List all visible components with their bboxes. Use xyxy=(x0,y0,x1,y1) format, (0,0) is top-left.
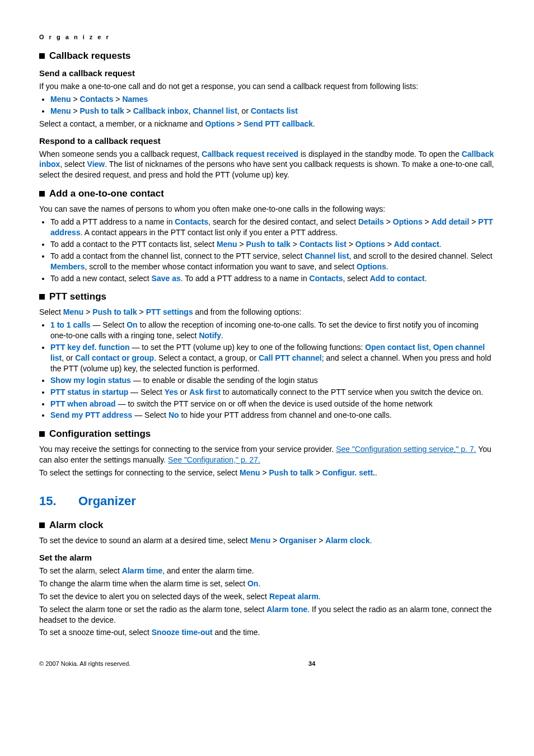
text: to automatically connect to the PTT serv… xyxy=(221,388,483,396)
menu-path: Options xyxy=(205,119,235,128)
ui-text: Channel list xyxy=(305,251,349,260)
menu-path: Alarm clock xyxy=(325,536,369,545)
menu-path: Add contact xyxy=(394,240,439,249)
chapter-heading: 15. Organizer xyxy=(39,494,495,508)
ui-text: Alarm time xyxy=(122,566,162,575)
list-item: PTT status in startup — Select Yes or As… xyxy=(50,387,495,398)
ui-text: On xyxy=(127,320,137,329)
ui-text: No xyxy=(168,410,179,419)
para: To select the settings for connecting to… xyxy=(39,468,495,478)
para: You may receive the settings for connect… xyxy=(39,444,495,465)
footer: © 2007 Nokia. All rights reserved. 34 . xyxy=(39,660,495,667)
menu-path: Push to talk xyxy=(269,468,313,477)
text: To change the alarm time when the alarm … xyxy=(39,579,247,588)
ui-text: Open contact list xyxy=(365,343,429,352)
nav-list: Menu > Contacts > Names Menu > Push to t… xyxy=(39,94,495,116)
text: — to enable or disable the sending of th… xyxy=(131,376,318,385)
bullet-square-icon xyxy=(39,191,45,197)
link-configuration[interactable]: See "Configuration," p. 27. xyxy=(168,455,260,464)
heading: Alarm clock xyxy=(49,520,103,531)
ui-text: Members xyxy=(50,262,85,271)
list-item: PTT key def. function — to set the PTT (… xyxy=(50,342,495,374)
menu-path: Options xyxy=(355,240,385,249)
para: To set the device to sound an alarm at a… xyxy=(39,535,495,546)
para: When someone sends you a callback reques… xyxy=(39,149,495,181)
bullet-square-icon xyxy=(39,522,45,528)
menu-path: Menu xyxy=(50,106,71,115)
ui-text: Call PTT channel xyxy=(259,353,322,362)
text: — to set the PTT (volume up) key to one … xyxy=(130,343,366,352)
text: , and scroll to the desired channel. Sel… xyxy=(349,251,493,260)
menu-path: Options xyxy=(393,217,423,226)
text: To add a PTT address to a name in xyxy=(50,217,175,226)
option-name: PTT status in startup xyxy=(50,388,128,396)
text: , select xyxy=(60,160,87,169)
option-name: PTT key def. function xyxy=(50,343,130,352)
text: . Select a contact, a group, or xyxy=(154,353,259,362)
ui-text: Options xyxy=(357,262,386,271)
chapter-number: 15. xyxy=(39,494,78,508)
text: When someone sends you a callback reques… xyxy=(39,150,202,158)
section-configuration-settings: Configuration settings xyxy=(39,428,495,440)
ui-text: Add to contact xyxy=(370,274,425,283)
heading: Callback requests xyxy=(49,50,131,62)
menu-path: Organiser xyxy=(279,536,316,545)
text: — Select xyxy=(132,410,168,419)
menu-path: Callback inbox xyxy=(133,106,189,115)
ui-text: Repeat alarm xyxy=(269,592,318,601)
chapter-title: Organizer xyxy=(78,494,136,508)
menu-path: Add detail xyxy=(432,217,470,226)
text: To set the alarm, select xyxy=(39,566,122,575)
bullet-square-icon xyxy=(39,53,45,59)
option-name: PTT when abroad xyxy=(50,399,116,408)
para: To set the device to alert you on select… xyxy=(39,591,495,602)
text: and from the following options: xyxy=(193,307,302,316)
bullet-square-icon xyxy=(39,431,45,437)
option-name: 1 to 1 calls xyxy=(50,320,91,329)
text: , select xyxy=(343,274,369,283)
list-item: To add a contact to the PTT contacts lis… xyxy=(50,239,495,250)
para: Select Menu > Push to talk > PTT setting… xyxy=(39,307,495,318)
ui-text: Save as xyxy=(152,274,181,283)
menu-path: Names xyxy=(122,95,148,104)
list-item: 1 to 1 calls — Select On to allow the re… xyxy=(50,320,495,341)
text: To set the device to sound an alarm at a… xyxy=(39,536,250,545)
link-config-setting-service[interactable]: See "Configuration setting service," p. … xyxy=(336,445,476,454)
text: and the time. xyxy=(213,628,260,637)
bullet-square-icon xyxy=(39,294,45,300)
list-item: To add a PTT address to a name in Contac… xyxy=(50,217,495,238)
ui-text: Contacts xyxy=(175,217,208,226)
ui-text: Snooze time-out xyxy=(152,628,213,637)
heading: PTT settings xyxy=(49,291,106,302)
list: 1 to 1 calls — Select On to allow the re… xyxy=(39,320,495,421)
menu-path: Push to talk xyxy=(80,106,124,115)
para: To set the alarm, select Alarm time, and… xyxy=(39,566,495,576)
menu-path: Menu xyxy=(63,307,84,316)
menu-path: PTT settings xyxy=(146,307,193,316)
menu-path: Menu xyxy=(240,468,260,477)
section-alarm-clock: Alarm clock xyxy=(39,520,495,531)
option-name: Send my PTT address xyxy=(50,410,132,419)
text: Select a contact, a member, or a nicknam… xyxy=(39,119,205,128)
para: You can save the names of persons to who… xyxy=(39,204,495,214)
menu-path: Push to talk xyxy=(92,307,137,316)
text: , search for the desired contact, and se… xyxy=(208,217,358,226)
running-header: O r g a n i z e r xyxy=(39,34,495,40)
menu-path: Menu xyxy=(50,95,71,104)
menu-path: Contacts xyxy=(80,95,114,104)
ui-text: Contacts xyxy=(310,274,343,283)
text: to hide your PTT address from channel an… xyxy=(179,410,392,419)
section-ptt-settings: PTT settings xyxy=(39,291,495,302)
option-name: Show my login status xyxy=(50,376,131,385)
menu-path: Menu xyxy=(250,536,271,545)
ui-text: Ask first xyxy=(189,388,221,396)
page: O r g a n i z e r Callback requests Send… xyxy=(0,0,534,689)
menu-path: Menu xyxy=(217,240,237,249)
para: To change the alarm time when the alarm … xyxy=(39,578,495,589)
list-item: Menu > Push to talk > Callback inbox, Ch… xyxy=(50,106,495,116)
text: To set a snooze time-out, select xyxy=(39,628,152,637)
text: or xyxy=(178,388,189,396)
heading: Add a one-to-one contact xyxy=(49,188,164,199)
text: To add a new contact, select xyxy=(50,274,152,283)
text: — Select xyxy=(128,388,165,396)
